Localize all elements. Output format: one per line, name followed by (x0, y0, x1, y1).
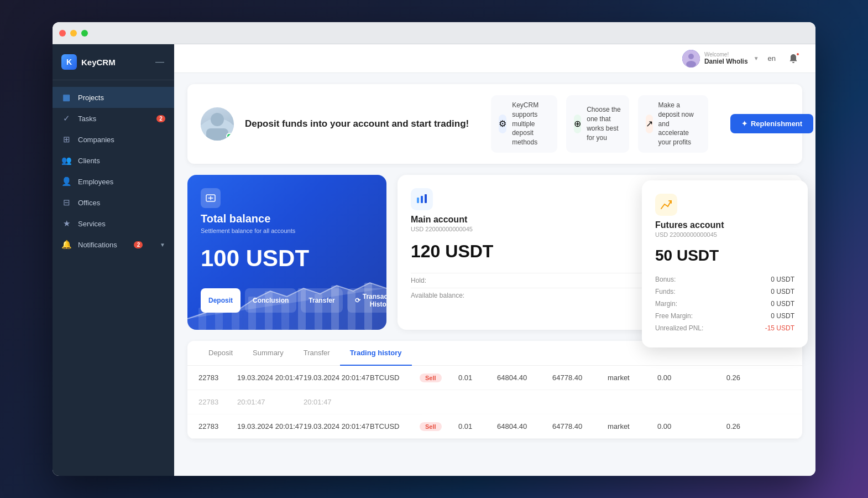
sidebar-item-employees[interactable]: 👤 Employees (53, 171, 174, 192)
banner-feature-1: ⚙ KeyCRM supports multiple deposit metho… (491, 95, 557, 153)
banner-feature-3: ↗ Make a deposit now and accelerate your… (638, 95, 708, 153)
sidebar-item-companies[interactable]: ⊞ Companies (53, 129, 174, 150)
notifications-icon: 🔔 (61, 240, 71, 250)
futures-account-card: Futures account USD 22000000000045 50 US… (642, 180, 808, 347)
sidebar-item-projects[interactable]: ▦ Projects (53, 87, 174, 108)
row-id: 22783 (198, 422, 237, 430)
sidebar-item-notifications[interactable]: 🔔 Notifications 2 ▼ (53, 234, 174, 255)
bonus-value: 0 USDT (771, 276, 794, 283)
row-symbol: BTCUSD (370, 422, 420, 430)
free-margin-value: 0 USDT (771, 312, 794, 320)
free-margin-row: Free Margin: 0 USDT (655, 310, 794, 322)
online-indicator (226, 133, 233, 139)
unrealized-pnl-label: Unrealized PNL: (655, 324, 703, 332)
available-label: Available balance: (411, 292, 464, 299)
sidebar-item-services[interactable]: ★ Services (53, 213, 174, 234)
deposit-button[interactable]: Deposit (201, 288, 240, 313)
browser-chrome (53, 22, 815, 44)
tab-deposit[interactable]: Deposit (198, 341, 243, 366)
sidebar-navigation: ▦ Projects ✓ Tasks 2 ⊞ Companies 👥 Cli (53, 80, 174, 476)
projects-icon: ▦ (61, 92, 71, 102)
sell-badge: Sell (420, 374, 442, 382)
sidebar-item-label: Notifications (78, 241, 117, 249)
margin-row: Margin: 0 USDT (655, 298, 794, 310)
sell-badge: Sell (420, 422, 442, 431)
row-commission: 0.00 (657, 422, 696, 430)
row-close-price: 64778.40 (552, 422, 608, 430)
sidebar-item-label: Services (78, 220, 106, 228)
row-profit: 0.26 (696, 374, 740, 382)
balance-icon (201, 188, 221, 208)
row-type: Sell (420, 374, 458, 382)
row-open-time: 19.03.2024 20:01:47 (237, 422, 304, 430)
avatar (682, 50, 700, 68)
row-type: Sell (420, 422, 458, 430)
margin-label: Margin: (655, 300, 677, 308)
unrealized-pnl-value: -15 USDT (765, 324, 794, 332)
companies-icon: ⊞ (61, 134, 71, 144)
tabs-section: Deposit Summary Transfer Trading history… (187, 341, 802, 439)
tab-summary[interactable]: Summary (243, 341, 294, 366)
futures-account-balance: 50 USDT (655, 247, 794, 264)
sidebar-item-label: Projects (78, 94, 104, 102)
clients-icon: 👥 (61, 155, 71, 165)
topbar: Welcome! Daniel Wholis ▼ en (174, 44, 815, 73)
profit-icon: ↗ (646, 115, 653, 133)
services-icon: ★ (61, 219, 71, 229)
row-open-time: 20:01:47 (237, 398, 304, 406)
deposit-methods-icon: ⚙ (499, 115, 506, 133)
logo-icon: K (61, 54, 77, 70)
svg-rect-19 (421, 196, 423, 203)
sidebar: K KeyCRM — ▦ Projects ✓ Tasks 2 ⊞ (53, 44, 174, 476)
row-volume: 0.01 (458, 422, 497, 430)
deposit-banner: Deposit funds into your account and star… (187, 84, 802, 164)
close-dot[interactable] (59, 30, 66, 37)
sidebar-item-label: Companies (78, 136, 114, 144)
accounts-section: Total balance Settlement balance for all… (187, 175, 802, 330)
svg-rect-18 (417, 198, 419, 203)
sidebar-item-label: Clients (78, 157, 100, 165)
sidebar-item-offices[interactable]: ⊟ Offices (53, 192, 174, 213)
futures-icon (655, 194, 677, 216)
row-open-price: 64804.40 (497, 422, 552, 430)
svg-rect-20 (425, 194, 427, 203)
sidebar-item-clients[interactable]: 👥 Clients (53, 150, 174, 171)
tab-trading-history[interactable]: Trading history (340, 341, 412, 366)
conclusion-button[interactable]: Conclusion (245, 288, 296, 313)
user-menu[interactable]: Welcome! Daniel Wholis ▼ (682, 50, 759, 68)
row-id: 22783 (198, 374, 237, 382)
username: Daniel Wholis (704, 58, 748, 65)
sidebar-item-tasks[interactable]: ✓ Tasks 2 (53, 108, 174, 129)
funds-row: Funds: 0 USDT (655, 286, 794, 298)
sidebar-logo: K KeyCRM — (53, 44, 174, 80)
banner-text: Deposit funds into your account and star… (245, 118, 469, 129)
table-row-ghost: 22783 20:01:47 20:01:47 (187, 390, 802, 414)
row-commission: 0.00 (657, 374, 696, 382)
bonus-row: Bonus: 0 USDT (655, 273, 794, 286)
user-info: Welcome! Daniel Wholis (704, 51, 748, 65)
tasks-badge: 2 (156, 115, 165, 122)
sidebar-item-label: Tasks (78, 115, 96, 123)
total-balance-amount: 100 USDT (201, 245, 373, 272)
sidebar-collapse-button[interactable]: — (154, 56, 165, 68)
maximize-dot[interactable] (81, 30, 88, 37)
row-order-type: market (608, 422, 657, 430)
feature-text-1: KeyCRM supports multiple deposit methods (512, 101, 550, 147)
minimize-dot[interactable] (70, 30, 77, 37)
notifications-badge: 2 (134, 241, 143, 248)
transaction-history-button[interactable]: ⟳ Transaction History (347, 288, 386, 313)
banner-title: Deposit funds into your account and star… (245, 118, 469, 129)
bonus-label: Bonus: (655, 276, 676, 283)
svg-point-2 (686, 61, 696, 68)
notifications-button[interactable] (785, 50, 802, 68)
tab-transfer[interactable]: Transfer (294, 341, 340, 366)
transfer-button[interactable]: Transfer (301, 288, 342, 313)
choose-icon: ⊕ (574, 115, 581, 133)
replenishment-button[interactable]: ✦ Replenishment (730, 114, 813, 133)
row-close-time: 19.03.2024 20:01:47 (304, 374, 370, 382)
language-selector[interactable]: en (768, 54, 776, 63)
row-close-time: 19.03.2024 20:01:47 (304, 422, 370, 430)
row-close-price: 64778.40 (552, 374, 608, 382)
trading-table: 22783 19.03.2024 20:01:47 19.03.2024 20:… (187, 366, 802, 439)
employees-icon: 👤 (61, 177, 71, 186)
